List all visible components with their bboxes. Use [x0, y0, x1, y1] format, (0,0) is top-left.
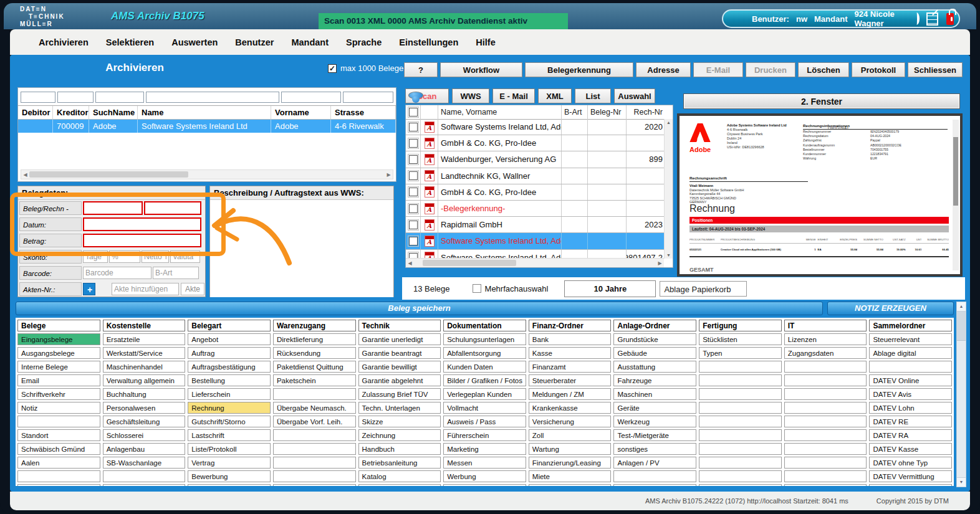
- doc-tab-auswahl[interactable]: Auswahl: [614, 88, 655, 103]
- grid-cell[interactable]: [699, 457, 782, 469]
- grid-cell[interactable]: Übergabe Neumasch.: [273, 402, 356, 414]
- menu-item-selektieren[interactable]: Selektieren: [97, 37, 163, 47]
- grid-cell[interactable]: Rücksendung: [273, 347, 356, 359]
- checkbox-icon[interactable]: [409, 123, 418, 131]
- grid-cell[interactable]: Liste/Protokoll: [188, 443, 271, 455]
- grid-cell[interactable]: Abfallentsorgung: [443, 347, 526, 359]
- grid-cell[interactable]: Schlosserei: [103, 429, 186, 441]
- grid-cell[interactable]: Paketschein: [273, 374, 356, 386]
- grid-cell[interactable]: Werkstatt/Service: [103, 347, 186, 359]
- grid-cell[interactable]: Aalen: [17, 457, 100, 469]
- datum-input[interactable]: [83, 217, 201, 231]
- address-table-hscrollbar[interactable]: ◀ ▶: [21, 169, 393, 179]
- grid-cell[interactable]: DATEV RE: [869, 416, 952, 427]
- grid-cell[interactable]: [188, 484, 271, 486]
- grid-cell[interactable]: [869, 484, 952, 486]
- grid-cell[interactable]: DATEV RA: [869, 429, 952, 441]
- grid-cell[interactable]: Übergabe Vorf. Leih.: [273, 416, 356, 427]
- grid-cell[interactable]: Krankenkasse: [529, 402, 612, 414]
- address-filter-input[interactable]: [21, 92, 55, 103]
- grid-cell[interactable]: Ausgangsbelege: [17, 347, 100, 359]
- add-akte-button[interactable]: +: [83, 283, 95, 295]
- grid-cell[interactable]: Fahrzeuge: [613, 374, 696, 386]
- grid-cell[interactable]: Miete: [529, 470, 612, 482]
- grid-cell[interactable]: [529, 484, 612, 486]
- grid-cell[interactable]: Direktlieferung: [273, 333, 356, 345]
- address-filter-input[interactable]: [146, 92, 279, 103]
- grid-cell[interactable]: [784, 416, 867, 427]
- grid-cell[interactable]: Garantie beantragt: [358, 347, 441, 359]
- beleg-nr-input[interactable]: [83, 201, 143, 215]
- menu-item-auswerten[interactable]: Auswerten: [163, 37, 226, 47]
- grid-cell[interactable]: [784, 457, 867, 469]
- grid-cell[interactable]: Kasse: [529, 347, 612, 359]
- checkbox-icon[interactable]: [409, 221, 418, 229]
- grid-cell[interactable]: [784, 470, 867, 482]
- grid-cell[interactable]: Bestellung: [188, 374, 271, 386]
- doc-tab-list[interactable]: List: [575, 88, 611, 103]
- grid-cell[interactable]: DATEV Lohn: [869, 402, 952, 414]
- menu-item-archivieren[interactable]: Archivieren: [30, 37, 97, 47]
- doc-row[interactable]: Landtechnik KG, Wallner: [406, 168, 664, 184]
- grid-cell[interactable]: Verlegeplan Kunden: [443, 388, 526, 400]
- scroll-right-icon[interactable]: ▶: [656, 260, 664, 266]
- grid-cell[interactable]: [17, 470, 100, 482]
- address-filter-input[interactable]: [343, 92, 393, 103]
- lock-icon[interactable]: [946, 13, 954, 25]
- grid-cell[interactable]: Marketing: [443, 443, 526, 455]
- grid-cell[interactable]: Buchhaltung: [103, 388, 186, 400]
- pdf-icon[interactable]: [425, 138, 435, 149]
- menu-item-hilfe[interactable]: Hilfe: [467, 37, 504, 47]
- invoice-vscrollbar[interactable]: [953, 120, 959, 270]
- toolbar-button-workflow[interactable]: Workflow: [440, 62, 522, 77]
- grid-cell[interactable]: Ausstattung: [613, 361, 696, 373]
- toolbar-button-lschen[interactable]: Löschen: [798, 62, 849, 77]
- grid-cell[interactable]: Zugangsdaten: [784, 347, 867, 359]
- grid-cell[interactable]: [103, 470, 186, 482]
- grid-cell[interactable]: [699, 402, 782, 414]
- grid-cell[interactable]: Schwäbisch Gmünd: [17, 443, 100, 455]
- address-filter-input[interactable]: [281, 92, 341, 103]
- grid-cell[interactable]: Garantie abgelehnt: [358, 374, 441, 386]
- grid-cell[interactable]: [273, 429, 356, 441]
- ablage-select[interactable]: Ablage Papierkorb: [660, 281, 747, 297]
- grid-cell[interactable]: Auftrag: [188, 347, 271, 359]
- grid-cell[interactable]: [17, 484, 100, 486]
- doc-tab-email[interactable]: E - Mail: [492, 88, 535, 103]
- grid-cell[interactable]: [613, 470, 696, 482]
- menu-item-benutzer[interactable]: Benutzer: [226, 37, 282, 47]
- second-window-button[interactable]: 2. Fenster: [683, 93, 960, 109]
- grid-cell[interactable]: [443, 484, 526, 486]
- grid-cell[interactable]: Ausweis / Pass: [443, 416, 526, 427]
- grid-cell[interactable]: Katalog: [358, 470, 441, 482]
- grid-cell[interactable]: Ablage digital: [869, 347, 952, 359]
- grid-cell[interactable]: Grundstücke: [613, 333, 696, 345]
- grid-cell[interactable]: Notiz: [17, 402, 100, 414]
- grid-cell[interactable]: Test-/Mietgeräte: [613, 429, 696, 441]
- grid-cell[interactable]: Typen: [699, 347, 782, 359]
- notiz-erzeugen-button[interactable]: NOTIZ ERZEUGEN: [827, 302, 954, 315]
- address-filter-input[interactable]: [57, 92, 94, 103]
- pdf-icon[interactable]: [425, 186, 435, 198]
- grid-cell[interactable]: [273, 457, 356, 469]
- grid-cell[interactable]: Finanzamt: [529, 361, 612, 373]
- checkbox-icon[interactable]: [409, 155, 418, 164]
- scroll-down-icon[interactable]: ▼: [666, 253, 671, 257]
- checkbox-icon[interactable]: [409, 188, 418, 196]
- scroll-left-icon[interactable]: ◀: [406, 260, 414, 266]
- grid-cell[interactable]: Bank: [529, 333, 612, 345]
- pdf-icon[interactable]: [425, 219, 435, 231]
- scroll-up-icon[interactable]: ▲: [666, 120, 671, 125]
- address-filter-input[interactable]: [95, 92, 144, 103]
- grid-cell[interactable]: [699, 388, 782, 400]
- grid-cell[interactable]: Auftragsbestätigung: [188, 361, 271, 373]
- grid-cell[interactable]: [784, 374, 867, 386]
- grid-cell[interactable]: Skizze: [358, 416, 441, 427]
- grid-cell[interactable]: [613, 484, 696, 486]
- doc-row[interactable]: GmbH & Co. KG, Pro-Idee: [406, 135, 664, 151]
- grid-cell[interactable]: Zoll: [529, 429, 612, 441]
- grid-cell[interactable]: [699, 361, 782, 373]
- mehrfachauswahl-checkbox[interactable]: Mehrfachauswahl: [473, 284, 549, 293]
- grid-cell[interactable]: DATEV Online: [869, 374, 952, 386]
- grid-cell[interactable]: Standort: [17, 429, 100, 441]
